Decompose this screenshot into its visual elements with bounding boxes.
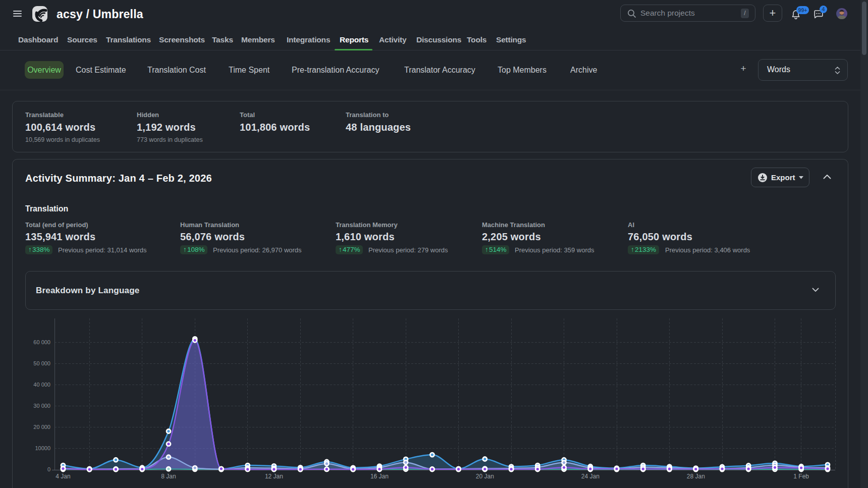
svg-text:20 Jan: 20 Jan (476, 473, 494, 480)
svg-text:8 Jan: 8 Jan (161, 473, 176, 480)
svg-text:12 Jan: 12 Jan (265, 473, 283, 480)
svg-text:30 000: 30 000 (33, 403, 50, 409)
svg-text:20 000: 20 000 (33, 424, 50, 430)
svg-text:40 000: 40 000 (33, 382, 50, 388)
svg-text:16 Jan: 16 Jan (370, 473, 389, 480)
svg-text:10000: 10000 (35, 445, 50, 451)
svg-text:24 Jan: 24 Jan (581, 473, 600, 480)
svg-text:4 Jan: 4 Jan (56, 473, 70, 480)
svg-text:60 000: 60 000 (33, 339, 50, 345)
svg-text:28 Jan: 28 Jan (687, 473, 705, 480)
svg-text:0: 0 (47, 466, 50, 472)
svg-text:1 Feb: 1 Feb (793, 473, 809, 480)
svg-text:50 000: 50 000 (33, 360, 50, 366)
